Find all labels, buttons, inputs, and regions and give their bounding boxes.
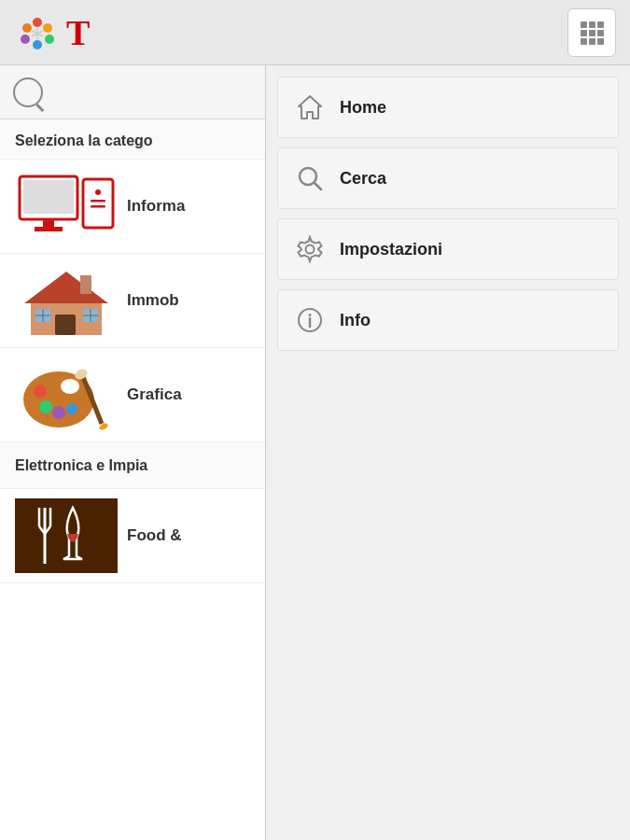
category-name-food: Food & [127,526,182,545]
search-icon [295,163,325,193]
grid-icon [579,20,605,46]
app-logo: T [14,9,90,56]
svg-rect-22 [83,179,113,228]
svg-rect-24 [91,200,105,203]
svg-rect-20 [43,219,54,227]
category-image-informatica [15,169,118,244]
nav-label-impostazioni: Impostazioni [340,240,442,259]
svg-rect-11 [597,21,604,28]
house-icon [20,264,113,337]
list-item[interactable]: Food & [0,489,265,583]
svg-rect-21 [35,227,63,231]
list-item[interactable]: Immob [0,254,265,348]
svg-rect-28 [80,275,91,294]
category-image-grafica [15,357,118,432]
category-list: Informa [0,160,265,840]
svg-rect-45 [15,498,118,573]
list-item[interactable]: Informa [0,160,265,254]
svg-point-0 [33,18,42,27]
svg-line-53 [315,183,321,189]
svg-point-1 [43,23,52,33]
svg-point-39 [39,400,52,413]
nav-label-info: Info [340,311,371,330]
search-bar[interactable] [0,65,265,119]
grid-button[interactable] [567,8,616,57]
svg-rect-16 [589,38,595,45]
svg-point-4 [21,35,30,44]
svg-rect-10 [589,21,595,28]
svg-marker-51 [299,96,321,119]
main-content: Seleziona la catego [0,65,630,840]
right-panel: Home Cerca Impostazioni [266,65,630,840]
palette-icon [20,358,113,431]
app-header: T [0,0,630,65]
svg-rect-13 [589,30,595,36]
category-image-food [15,498,118,573]
category-name-elettronica: Elettronica e Impia [15,457,147,474]
svg-point-38 [34,385,47,398]
category-name-grafica: Grafica [127,385,182,404]
nav-label-cerca: Cerca [340,169,386,189]
nav-item-impostazioni[interactable]: Impostazioni [277,218,619,280]
svg-point-37 [61,379,79,394]
category-heading: Seleziona la catego [0,119,265,160]
left-panel: Seleziona la catego [0,65,266,840]
svg-rect-25 [91,205,105,208]
food-icon [15,498,118,573]
svg-rect-15 [581,38,587,45]
svg-point-3 [33,40,42,49]
svg-point-5 [22,23,32,33]
list-item[interactable]: Grafica [0,348,265,442]
svg-rect-9 [581,21,587,28]
svg-point-56 [309,314,312,316]
category-name-informatica: Informa [127,197,185,216]
svg-rect-29 [55,315,76,335]
svg-rect-19 [23,180,74,214]
svg-rect-14 [597,30,604,36]
category-name-immobiliare: Immob [127,291,179,310]
svg-point-40 [52,406,65,419]
nav-item-home[interactable]: Home [277,77,619,138]
info-icon [295,305,325,335]
svg-rect-17 [597,38,604,45]
list-item[interactable]: Elettronica e Impia [0,442,265,489]
nav-label-home: Home [340,98,386,118]
svg-marker-27 [24,272,108,303]
t-logo-text: T [66,12,90,53]
category-image-immobiliare [15,263,118,338]
settings-icon [295,234,325,264]
nav-item-cerca[interactable]: Cerca [277,147,619,209]
hands-icon [14,9,61,56]
svg-point-2 [45,35,54,44]
home-icon [295,92,325,122]
computer-icon [18,172,116,242]
search-icon [13,77,43,107]
svg-point-23 [95,189,101,195]
svg-rect-12 [581,30,587,36]
nav-item-info[interactable]: Info [277,289,619,351]
svg-point-54 [306,245,315,254]
svg-point-41 [66,403,77,414]
